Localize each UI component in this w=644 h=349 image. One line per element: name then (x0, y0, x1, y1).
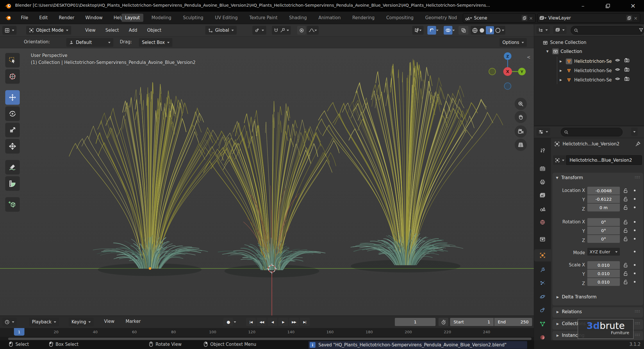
xray-toggle[interactable] (459, 26, 468, 35)
animate-dot[interactable] (634, 264, 636, 266)
expand-icon[interactable]: ▶ (560, 60, 564, 63)
playhead-frame-badge[interactable]: 1 (14, 328, 24, 336)
timeline-menu-view[interactable]: View (104, 319, 115, 324)
tab-scene[interactable] (534, 203, 551, 215)
editor-type-button[interactable] (2, 26, 17, 35)
menu-view[interactable]: View (85, 28, 96, 33)
camera-icon[interactable] (624, 76, 629, 81)
scale-x-field[interactable]: 0.010 (587, 261, 620, 269)
maximize-button[interactable] (605, 3, 610, 8)
auto-keying-button[interactable]: ● (223, 318, 233, 326)
outliner-row-scene-collection[interactable]: Scene Collection (543, 38, 586, 47)
tool-add-cube[interactable] (5, 197, 20, 212)
overlays-toggle[interactable] (444, 26, 452, 35)
playback-dropdown[interactable]: Playback (29, 318, 59, 326)
close-button[interactable]: × (630, 2, 636, 9)
location-x-field[interactable]: -0.0048 (587, 187, 620, 195)
tab-tool[interactable] (534, 145, 551, 157)
menu-object[interactable]: Object (147, 28, 161, 33)
shading-material-button[interactable] (486, 26, 494, 34)
outliner-row-collection[interactable]: ▼ Collection (546, 47, 582, 56)
tool-transform[interactable] (5, 139, 20, 154)
tab-layout[interactable]: Layout (122, 14, 143, 22)
tool-move[interactable] (5, 90, 20, 105)
lock-icon[interactable] (623, 262, 628, 268)
lock-icon[interactable] (623, 236, 628, 241)
lock-icon[interactable] (623, 205, 628, 210)
orthographic-toggle-button[interactable] (515, 139, 527, 151)
object-origin-dot[interactable] (149, 267, 151, 270)
status-report-message[interactable]: i Saved "HQ_Plants_Helictotrichon-Semper… (308, 341, 527, 349)
play-button[interactable]: ▶ (278, 318, 288, 326)
orientation-default-dropdown[interactable]: Default (66, 38, 113, 47)
lock-icon[interactable] (623, 228, 628, 233)
viewlayer-name[interactable]: ViewLayer (548, 15, 626, 21)
menu-render[interactable]: Render (59, 15, 74, 20)
navigation-gizmo[interactable]: Z X Y (486, 50, 529, 92)
keying-dropdown[interactable]: Keying (69, 318, 94, 326)
minimize-button[interactable]: – (581, 2, 584, 9)
viewlayer-remove-icon[interactable]: × (634, 15, 638, 21)
timeline-ruler[interactable]: 20406080100120140160180200220240 1 (0, 328, 534, 337)
gizmo-minus-z-axis[interactable] (504, 83, 511, 90)
animate-dot[interactable] (634, 229, 636, 231)
transform-orientation-dropdown[interactable]: Global (205, 26, 237, 35)
animate-dot[interactable] (634, 190, 636, 191)
location-z-field[interactable]: 0 m (587, 204, 620, 211)
play-reverse-button[interactable]: ◀ (267, 318, 277, 326)
tab-object-data[interactable] (534, 318, 551, 330)
lock-icon[interactable] (623, 271, 628, 276)
proportional-edit-toggle[interactable] (297, 26, 306, 35)
tool-cursor[interactable] (5, 69, 20, 84)
scale-y-field[interactable]: 0.010 (587, 270, 620, 277)
use-preview-range-button[interactable] (438, 318, 448, 326)
tab-output[interactable] (534, 176, 551, 188)
rotation-y-field[interactable]: 0° (587, 227, 620, 234)
expand-icon[interactable]: ▶ (560, 78, 564, 81)
snap-magnet-icon[interactable] (274, 28, 279, 33)
eye-icon[interactable] (615, 58, 620, 63)
animate-dot[interactable] (634, 251, 636, 252)
tab-view-layer[interactable] (534, 189, 551, 202)
tab-modeling[interactable]: Modeling (148, 14, 175, 22)
tab-render[interactable] (534, 163, 551, 175)
rotation-mode-dropdown[interactable]: XYZ Euler (587, 248, 620, 256)
object-id-dropdown[interactable] (553, 155, 566, 165)
frame-start-field[interactable]: Start 1 (450, 318, 494, 326)
collection-expand-icon[interactable]: ▼ (546, 50, 550, 53)
current-frame-field[interactable]: 1 (395, 318, 436, 326)
animate-dot[interactable] (634, 238, 636, 240)
animate-dot[interactable] (634, 221, 636, 223)
lock-icon[interactable] (623, 219, 628, 225)
mode-dropdown[interactable]: Object Mode (26, 26, 71, 35)
animate-dot[interactable] (634, 281, 636, 283)
tab-texture-paint[interactable]: Texture Paint (246, 14, 281, 22)
viewlayer-dropdown-caret[interactable] (544, 17, 547, 20)
lock-icon[interactable] (623, 196, 628, 202)
delta-transform-subpanel[interactable]: ▶ Delta Transform (556, 294, 597, 300)
tab-compositing[interactable]: Compositing (383, 14, 417, 22)
tab-sculpting[interactable]: Sculpting (179, 14, 207, 22)
panel-grip-icon[interactable]: ∷∷ (635, 333, 640, 337)
falloff-dropdown[interactable] (307, 26, 319, 35)
panel-grip-icon[interactable]: ∷∷ (635, 309, 640, 314)
menu-select[interactable]: Select (106, 28, 119, 33)
properties-search-input[interactable] (561, 128, 622, 136)
jump-to-end-button[interactable]: ▶| (300, 318, 310, 326)
tab-geometry-nodes[interactable]: Geometry Nod (422, 14, 460, 22)
scene-dropdown-caret[interactable] (470, 17, 472, 20)
tab-collection-props[interactable] (534, 233, 551, 245)
tab-shading[interactable]: Shading (286, 14, 310, 22)
relations-panel[interactable]: ▶ Relations ∷∷ (552, 307, 643, 318)
tab-physics[interactable] (534, 291, 551, 303)
menu-file[interactable]: File (21, 15, 28, 20)
timeline-editor-type-button[interactable] (2, 318, 17, 326)
previous-keyframe-button[interactable]: ◀◀ (257, 318, 267, 326)
outliner-search-input[interactable] (571, 26, 644, 35)
viewport-canvas[interactable]: User Perspective (1) Collection | Helict… (0, 48, 534, 316)
shading-dropdown-caret[interactable] (502, 30, 504, 32)
pivot-point-dropdown[interactable] (252, 26, 266, 35)
rotation-z-field[interactable]: 0° (587, 235, 620, 243)
tool-rotate[interactable] (5, 106, 20, 121)
tab-uv-editing[interactable]: UV Editing (211, 14, 241, 22)
